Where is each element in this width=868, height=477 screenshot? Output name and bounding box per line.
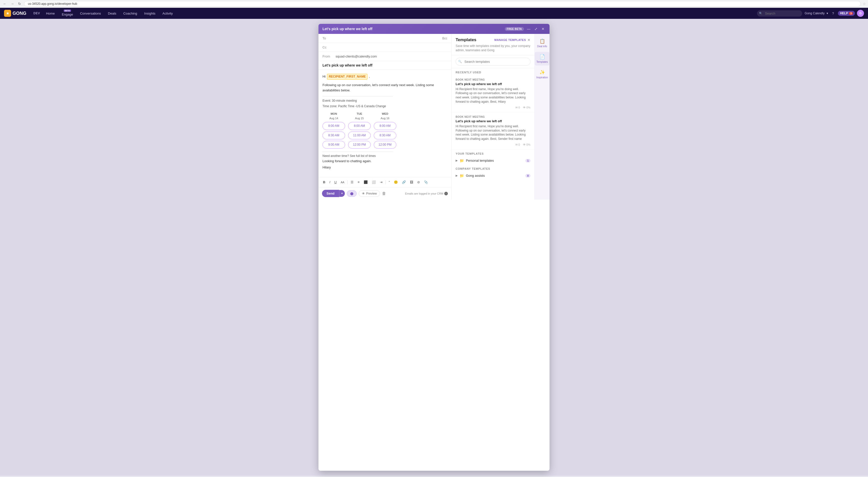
personal-templates-row[interactable]: ▶ 📁 Personal templates 1 <box>452 157 534 165</box>
nav-coaching[interactable]: Coaching <box>120 10 140 17</box>
templates-sidebar-item[interactable]: 📄 Templates <box>535 52 550 66</box>
slot-mon-3[interactable]: 9:00 AM <box>322 141 345 149</box>
template-send-stat-0: ✉ 0 <box>516 106 520 109</box>
delete-button[interactable]: 🗑 <box>382 191 386 196</box>
logo: ★ GONG <box>4 10 26 17</box>
url-input[interactable] <box>24 1 861 6</box>
nav-engage[interactable]: BETA Engage <box>59 9 76 18</box>
subject-input[interactable] <box>322 63 447 67</box>
templates-search <box>452 55 534 68</box>
gong-assists-folder-icon: 📁 <box>460 174 464 178</box>
nav-activity[interactable]: Activity <box>159 10 176 17</box>
templates-subtitle: Save time with templates created by you,… <box>456 44 530 53</box>
closing-line: Looking forward to chatting again. <box>322 159 447 164</box>
deal-info-sidebar-item[interactable]: 📋 Deal info <box>535 36 550 50</box>
send-button-wrap: Send ▾ <box>322 190 345 197</box>
image-button[interactable]: 🖼 <box>408 179 415 185</box>
preview-button[interactable]: 👁 Preview <box>359 190 380 197</box>
send-button[interactable]: Send <box>322 190 339 197</box>
template-name-0: Let's pick up where we left off <box>456 82 530 86</box>
nav-deals[interactable]: Deals <box>105 10 119 17</box>
personal-templates-name: Personal templates <box>466 159 523 162</box>
preview-label: Preview <box>366 192 377 195</box>
template-category-0: BOOK NEXT MEETING <box>456 78 530 81</box>
link-button[interactable]: 🔗 <box>400 179 407 185</box>
greeting-line: Hi RECIPIENT_FIRST_NAME , <box>322 74 447 80</box>
inspiration-sidebar-item[interactable]: ✨ Inspiration <box>535 67 550 81</box>
nav-conversations[interactable]: Conversations <box>77 10 104 17</box>
logo-text: GONG <box>12 11 26 16</box>
font-size-button[interactable]: AA <box>339 180 346 185</box>
modal-body: To Bcc Cc From squad-clients@calendly.co… <box>318 34 550 199</box>
bold-button[interactable]: B <box>321 179 327 185</box>
quote-button[interactable]: " <box>387 179 392 185</box>
template-open-stat-0: 👁 0% <box>523 106 530 109</box>
slot-wed-3[interactable]: 12:00 PM <box>374 141 396 149</box>
attachment-button[interactable]: 📎 <box>423 179 430 185</box>
template-open-stat-1: 👁 0% <box>523 143 530 146</box>
numbered-list-button[interactable]: ≡ <box>356 179 361 185</box>
inspiration-label: Inspiration <box>536 76 548 79</box>
templates-title-row: Templates MANAGE TEMPLATES ✕ <box>456 37 530 42</box>
compose-footer: Send ▾ ⬤ 👁 Preview 🗑 Emails are logged i… <box>318 187 451 199</box>
expand-button[interactable]: ⤢ <box>533 26 538 31</box>
indent-button[interactable]: ⇥ <box>378 179 384 185</box>
global-search-input[interactable] <box>757 10 802 17</box>
slot-wed-2[interactable]: 8:30 AM <box>374 132 396 139</box>
user-avatar[interactable]: G <box>857 10 864 17</box>
italic-button[interactable]: I <box>328 179 332 185</box>
slot-wed-1[interactable]: 8:00 AM <box>374 122 396 130</box>
emoji-button[interactable]: 🙂 <box>392 179 399 185</box>
align-left-button[interactable]: ⬛ <box>362 179 369 185</box>
template-stats-1: ✉ 0 👁 0% <box>456 143 530 146</box>
availability-table: MON Aug 14 TUE Aug 15 WED Aug 16 <box>322 112 447 149</box>
slot-tue-2[interactable]: 11:00 AM <box>348 132 371 139</box>
bullet-list-button[interactable]: ☰ <box>349 179 355 185</box>
personal-templates-chevron: ▶ <box>456 159 458 162</box>
underline-button[interactable]: U <box>333 179 338 185</box>
slot-tue-1[interactable]: 8:00 AM <box>348 122 371 130</box>
send-dropdown-button[interactable]: ▾ <box>339 190 345 197</box>
gong-footer-button[interactable]: ⬤ <box>347 190 356 197</box>
clear-format-button[interactable]: ⊘ <box>416 179 422 185</box>
send-icon-1: ✉ <box>516 143 518 146</box>
slot-tue-3[interactable]: 12:00 PM <box>348 141 371 149</box>
help-button[interactable]: HELP 3 <box>838 11 855 16</box>
deal-info-icon: 📋 <box>539 38 545 44</box>
top-navigation: ★ GONG DEV Home BETA Engage Conversation… <box>0 8 868 19</box>
toolbar-divider-1 <box>347 180 348 184</box>
template-card-1[interactable]: BOOK NEXT MEETING Let's pick up where we… <box>452 113 534 150</box>
right-sidebar: 📋 Deal info 📄 Templates ✨ Inspiration <box>534 34 550 199</box>
manage-templates-button[interactable]: MANAGE TEMPLATES <box>494 38 526 41</box>
personal-templates-count: 1 <box>525 159 530 162</box>
template-name-1: Let's pick up where we left off <box>456 119 530 123</box>
day-col-0: MON Aug 14 <box>322 112 345 121</box>
user-dropdown-arrow[interactable]: ▾ <box>827 11 828 15</box>
close-templates-panel-button[interactable]: ✕ <box>527 38 530 42</box>
align-center-button[interactable]: ⬜ <box>370 179 377 185</box>
to-label: To <box>322 36 334 40</box>
search-wrap <box>757 10 802 17</box>
toolbar-divider-2 <box>385 180 386 184</box>
compose-body: Hi RECIPIENT_FIRST_NAME , Following up o… <box>318 70 451 177</box>
your-templates-label: YOUR TEMPLATES <box>452 150 534 157</box>
cc-label: Cc <box>322 45 334 49</box>
help-label: HELP <box>840 11 848 15</box>
template-card-0[interactable]: BOOK NEXT MEETING Let's pick up where we… <box>452 75 534 113</box>
to-input[interactable] <box>336 36 440 40</box>
minimize-button[interactable]: — <box>526 26 531 31</box>
gong-assists-row[interactable]: ▶ 📁 Gong assists 8 <box>452 172 534 180</box>
cc-input[interactable] <box>336 45 447 49</box>
avail-slots: 8:00 AM 8:30 AM 9:00 AM 8:00 AM 11:00 AM… <box>322 122 447 149</box>
close-modal-button[interactable]: ✕ <box>540 26 546 31</box>
nav-insights[interactable]: Insights <box>141 10 158 17</box>
question-btn[interactable]: ? <box>830 10 836 16</box>
forward-button[interactable]: → <box>9 1 15 6</box>
bcc-link[interactable]: Bcc <box>442 37 447 40</box>
templates-search-input[interactable] <box>456 58 530 66</box>
nav-home[interactable]: Home <box>43 10 58 17</box>
refresh-button[interactable]: ↻ <box>17 1 22 6</box>
slot-mon-1[interactable]: 8:00 AM <box>322 122 345 130</box>
slot-mon-2[interactable]: 8:30 AM <box>322 132 345 139</box>
back-button[interactable]: ← <box>2 1 7 6</box>
